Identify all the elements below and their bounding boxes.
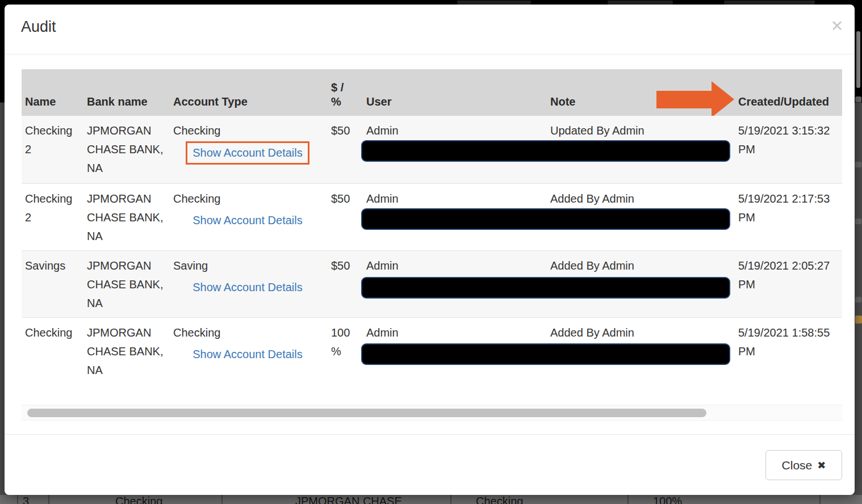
cell-created: 5/19/2021 2:05:27 PM xyxy=(733,251,842,317)
column-divider xyxy=(17,495,18,504)
background-text-blob xyxy=(457,1,531,5)
redacted-note-bar xyxy=(361,277,730,299)
highlight-box: Show Account Details xyxy=(186,141,309,165)
account-type-value: Checking xyxy=(173,124,220,137)
background-table-row: 3 Checking JPMORGAN CHASE Checking 100% xyxy=(0,495,862,504)
cell-bank: JPMORGAN CHASE BANK, NA xyxy=(83,116,170,183)
cell-type: Checking Show Account Details xyxy=(170,116,327,183)
column-header-amount: $ / % xyxy=(327,81,362,116)
table-row: Savings JPMORGAN CHASE BANK, NA Saving S… xyxy=(22,250,842,317)
audit-modal: Audit ✕ Name Bank name Account Type $ / … xyxy=(5,5,855,495)
cell-type: Saving Show Account Details xyxy=(170,251,327,317)
background-cell: 3 xyxy=(23,495,29,504)
page-background: 3 Checking JPMORGAN CHASE Checking 100% … xyxy=(0,0,862,504)
column-divider xyxy=(48,495,49,504)
annotation-arrow-icon xyxy=(656,81,734,117)
cell-created: 5/19/2021 2:17:53 PM xyxy=(733,184,842,250)
cell-amount: 100 % xyxy=(327,318,362,392)
cell-created: 5/19/2021 1:58:55 PM xyxy=(733,318,842,392)
close-icon[interactable]: ✕ xyxy=(827,16,847,36)
close-button[interactable]: Close ✖ xyxy=(765,450,842,480)
background-cell: Checking xyxy=(476,495,523,504)
cell-bank: JPMORGAN CHASE BANK, NA xyxy=(83,184,170,250)
show-account-details-link[interactable]: Show Account Details xyxy=(193,146,302,159)
account-type-value: Checking xyxy=(173,192,220,205)
column-header-created: Created/Updated xyxy=(733,95,842,116)
column-divider xyxy=(450,495,451,504)
account-type-value: Checking xyxy=(173,326,220,339)
audit-table: Name Bank name Account Type $ / % User N… xyxy=(22,69,842,392)
background-text-fragment xyxy=(855,96,861,102)
background-badge xyxy=(855,316,862,324)
column-header-bank: Bank name xyxy=(83,95,170,116)
background-text-fragment xyxy=(855,297,861,303)
redacted-note-bar xyxy=(361,208,730,230)
column-header-name: Name xyxy=(22,95,83,116)
show-account-details-link[interactable]: Show Account Details xyxy=(173,345,322,364)
background-right-strip xyxy=(855,0,862,504)
background-text-blob xyxy=(608,1,673,5)
cell-bank: JPMORGAN CHASE BANK, NA xyxy=(83,251,170,317)
redacted-note-bar xyxy=(361,343,730,365)
cell-name: Checking xyxy=(22,318,83,392)
background-text-blob xyxy=(724,1,815,5)
cell-created: 5/19/2021 3:15:32 PM xyxy=(733,116,842,183)
show-account-details-link[interactable]: Show Account Details xyxy=(173,211,322,230)
cell-name: Checking 2 xyxy=(22,184,83,250)
table-row: Checking JPMORGAN CHASE BANK, NA Checkin… xyxy=(22,317,842,392)
cell-type: Checking Show Account Details xyxy=(170,184,327,250)
background-text-fragment xyxy=(855,162,861,167)
footer-divider xyxy=(5,434,855,435)
background-text-fragment xyxy=(855,219,861,224)
redacted-note-bar xyxy=(361,140,730,162)
column-header-user: User xyxy=(362,95,548,116)
background-cell: 100% xyxy=(653,495,682,504)
table-row: Checking 2 JPMORGAN CHASE BANK, NA Check… xyxy=(22,116,842,183)
cell-type: Checking Show Account Details xyxy=(170,318,327,392)
background-scrollbar xyxy=(856,31,860,88)
background-cell: Checking xyxy=(115,495,162,504)
scrollbar-thumb[interactable] xyxy=(27,409,706,417)
horizontal-scrollbar[interactable] xyxy=(22,405,842,421)
column-divider xyxy=(627,495,629,504)
column-divider xyxy=(221,495,223,504)
column-divider xyxy=(819,495,821,504)
cell-amount: $50 xyxy=(327,251,362,317)
close-button-label: Close xyxy=(782,459,813,472)
cell-amount: $50 xyxy=(327,116,362,183)
close-button-x-icon: ✖ xyxy=(817,459,826,472)
background-cell: JPMORGAN CHASE xyxy=(295,495,402,504)
cell-name: Checking 2 xyxy=(22,116,83,183)
cell-name: Savings xyxy=(22,251,83,317)
cell-amount: $50 xyxy=(327,184,362,250)
page-title: Audit xyxy=(21,18,56,36)
account-type-value: Saving xyxy=(173,259,208,272)
table-header-row: Name Bank name Account Type $ / % User N… xyxy=(22,69,842,116)
cell-bank: JPMORGAN CHASE BANK, NA xyxy=(83,318,170,392)
table-row: Checking 2 JPMORGAN CHASE BANK, NA Check… xyxy=(22,183,842,250)
header-divider xyxy=(5,54,855,54)
show-account-details-link[interactable]: Show Account Details xyxy=(173,278,322,297)
column-header-type: Account Type xyxy=(170,95,327,116)
